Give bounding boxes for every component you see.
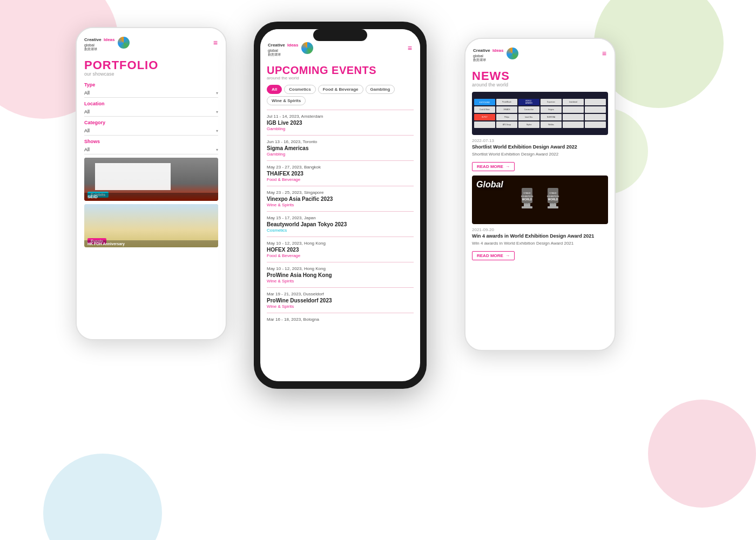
portfolio-image-1-label: SEID [84, 193, 218, 201]
news-excerpt-2: Win 4 awards in World Exhibition Design … [472, 241, 608, 246]
award-logo-7: Cook & Shine [474, 106, 495, 113]
award-logo-10: Enigma [541, 106, 562, 113]
filter-shows-arrow: ▾ [216, 147, 218, 152]
phone-notch [313, 29, 367, 41]
filter-location-arrow: ▾ [216, 110, 218, 114]
news-title: NEWS [472, 70, 608, 82]
event-date-2: Jun 13 - 16, 2023, Toronto [267, 139, 414, 144]
portfolio-title: PORTFOLIO [84, 59, 218, 71]
event-item-5[interactable]: May 15 - 17, 2023, Japan Beautyworld Jap… [267, 211, 414, 237]
filter-category: Category All ▾ [84, 120, 218, 136]
award-logo-5: brandstand [563, 99, 584, 105]
trophy-1-icon: WORLD EXHIBITION STAND 2021 [516, 185, 538, 215]
filter-location-label: Location [84, 101, 218, 106]
news-headline-2: Win 4 awards in World Exhibition Design … [472, 233, 608, 240]
right-logo-ideas: Ideas [492, 48, 503, 53]
right-logo-global: global [473, 54, 504, 58]
event-item-4[interactable]: May 23 - 25, 2023, Singapore Vinexpo Asi… [267, 186, 414, 211]
news-image-2: WORLD EXHIBITION STAND 2021 WORLD EXHIBI… [472, 176, 608, 224]
filter-category-select[interactable]: All ▾ [84, 126, 218, 136]
event-name-2: Sigma Americas [267, 145, 414, 151]
logo-global: global [84, 43, 115, 47]
event-item-8[interactable]: Mar 19 - 21, 2023, Dusseldorf ProWine Du… [267, 287, 414, 313]
left-menu-icon[interactable]: ≡ [213, 38, 218, 47]
event-cat-7: Wine & Spirits [267, 279, 414, 284]
mid-menu-icon[interactable]: ≡ [408, 44, 413, 52]
read-more-btn-1[interactable]: READ MORE → [472, 162, 515, 171]
portfolio-image-2[interactable]: Events HK FOH Anniversary [84, 204, 218, 247]
event-cat-5: Cosmetics [267, 228, 414, 233]
scene: Creative Ideas global 創意環球 ≡ PORTFOLIO o… [0, 0, 756, 540]
filter-tags: All Cosmetics Food & Beverage Gambling W… [267, 85, 414, 105]
mid-logo-creative: Creative [268, 43, 285, 48]
tag-cosmetics[interactable]: Cosmetics [284, 85, 315, 94]
event-date-7: May 10 - 12, 2023, Hong Kong [267, 266, 414, 271]
award-logo-19 [474, 122, 495, 128]
event-item-2[interactable]: Jun 13 - 16, 2023, Toronto Sigma America… [267, 135, 414, 160]
event-date-8: Mar 19 - 21, 2023, Dusseldorf [267, 292, 414, 296]
event-date-6: May 10 - 12, 2023, Hong Kong [267, 241, 414, 246]
filter-type-label: Type [84, 82, 218, 87]
read-more-btn-2[interactable]: READ MORE → [472, 251, 515, 260]
award-logo-17 [563, 114, 584, 120]
award-logo-11 [563, 106, 584, 113]
event-cat-8: Wine & Spirits [267, 304, 414, 309]
event-item-9[interactable]: Mar 16 - 18, 2023, Bologna [267, 313, 414, 327]
global-text: Global [476, 180, 503, 190]
read-more-arrow-2: → [505, 253, 510, 258]
filter-shows-select[interactable]: All ▾ [84, 145, 218, 154]
logo-ideas: Ideas [104, 37, 114, 42]
svg-text:WORLD: WORLD [548, 198, 558, 201]
read-more-label-2: READ MORE [477, 253, 503, 258]
portfolio-image-1[interactable]: Exhibits SEID [84, 158, 218, 201]
svg-text:2021: 2021 [550, 201, 556, 205]
read-more-label-1: READ MORE [477, 164, 503, 169]
mid-logo-text: Creative Ideas global 創意環球 [268, 39, 299, 57]
tag-wine-spirits[interactable]: Wine & Spirits [267, 96, 306, 105]
event-cat-6: Food & Beverage [267, 253, 414, 258]
right-phone-header: Creative Ideas global 創意環球 ≡ [465, 39, 615, 66]
event-name-8: ProWine Dusseldorf 2023 [267, 298, 414, 303]
tag-all[interactable]: All [267, 85, 282, 94]
event-cat-2: Gambling [267, 152, 414, 157]
filter-location: Location All ▾ [84, 101, 218, 117]
right-logo-globe-icon [507, 48, 518, 59]
logo-creative: Creative [84, 37, 102, 42]
event-item-1[interactable]: Jul 11 - 14, 2023, Amsterdam IGB Live 20… [267, 110, 414, 135]
left-logo: Creative Ideas global 創意環球 [84, 33, 130, 52]
event-date-4: May 23 - 25, 2023, Singapore [267, 190, 414, 195]
svg-text:EXHIBITION: EXHIBITION [547, 195, 559, 198]
mid-logo-ideas: Ideas [287, 43, 298, 48]
award-logo-23 [563, 122, 584, 128]
svg-text:WORLD: WORLD [522, 198, 532, 201]
award-logo-21: Skyline [518, 122, 539, 128]
read-more-arrow-1: → [505, 164, 510, 169]
event-cat-4: Wine & Spirits [267, 202, 414, 207]
filter-location-select[interactable]: All ▾ [84, 107, 218, 117]
event-cat-3: Food & Beverage [267, 177, 414, 182]
event-date-1: Jul 11 - 14, 2023, Amsterdam [267, 114, 414, 119]
award-logo-22: Welldes [541, 122, 562, 128]
trophy-2-icon: WORLD EXHIBITION STAND 2021 [542, 185, 564, 215]
mid-logo-chinese: 創意環球 [268, 52, 299, 57]
mid-logo-global: global [268, 49, 299, 52]
award-logo-20: ATG Group [496, 122, 517, 128]
event-item-6[interactable]: May 10 - 12, 2023, Hong Kong HOFEX 2023 … [267, 237, 414, 262]
tag-food-beverage[interactable]: Food & Beverage [318, 85, 363, 94]
filter-category-value: All [84, 128, 90, 133]
news-date-2: 2021-09-20 [472, 227, 608, 232]
filter-shows-value: All [84, 147, 90, 152]
filter-category-arrow: ▾ [216, 129, 218, 133]
right-menu-icon[interactable]: ≡ [602, 49, 607, 58]
award-logo-24 [585, 122, 606, 128]
svg-text:STAND: STAND [549, 192, 556, 194]
event-date-3: May 23 - 27, 2023, Bangkok [267, 165, 414, 170]
svg-text:EXHIBITION: EXHIBITION [521, 195, 534, 198]
filter-shows-label: Shows [84, 139, 218, 144]
filter-type-select[interactable]: All ▾ [84, 89, 218, 98]
tag-gambling[interactable]: Gambling [366, 85, 395, 94]
event-date-9: Mar 16 - 18, 2023, Bologna [267, 317, 414, 322]
event-item-7[interactable]: May 10 - 12, 2023, Hong Kong ProWine Asi… [267, 262, 414, 287]
event-item-3[interactable]: May 23 - 27, 2023, Bangkok THAIFEX 2023 … [267, 160, 414, 186]
award-logo-3: WORLDAWARDS [518, 99, 539, 105]
